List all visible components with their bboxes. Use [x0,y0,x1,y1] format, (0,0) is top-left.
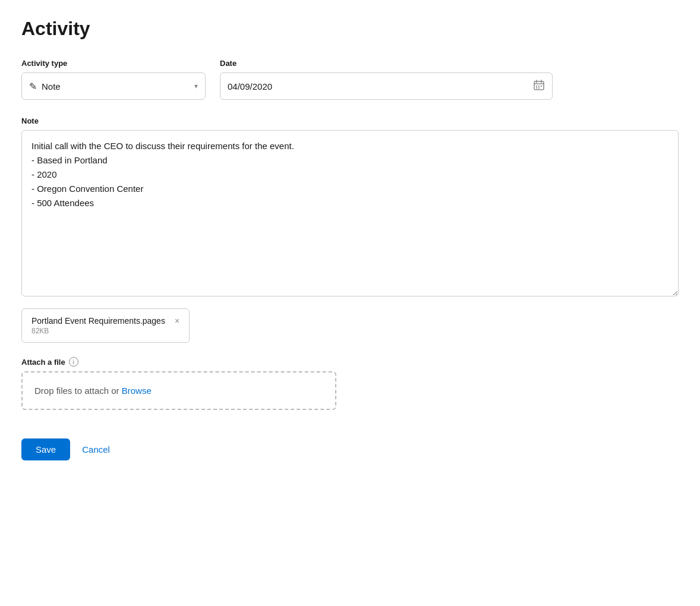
date-value: 04/09/2020 [228,81,533,91]
attached-file-item: Portland Event Requirements.pages × 82KB [21,308,190,343]
drop-zone[interactable]: Drop files to attach or Browse [21,371,336,410]
date-label: Date [220,59,553,68]
browse-link[interactable]: Browse [122,386,152,396]
info-icon[interactable]: i [69,357,78,367]
note-icon: ✎ [29,81,37,92]
date-field[interactable]: 04/09/2020 [220,72,553,100]
note-label: Note [21,116,679,125]
svg-rect-7 [536,87,537,89]
svg-rect-6 [541,86,542,87]
actions-row: Save Cancel [21,438,679,460]
drop-text: Drop files to attach or [34,386,122,396]
activity-type-select[interactable]: ✎ Note ▾ [21,72,206,100]
calendar-icon[interactable] [533,79,545,94]
page-title: Activity [21,18,679,40]
activity-type-value: Note [42,81,194,91]
svg-rect-8 [538,87,540,89]
attached-file-size: 82KB [31,327,179,335]
cancel-button[interactable]: Cancel [82,444,110,454]
remove-file-button[interactable]: × [175,317,179,325]
chevron-down-icon: ▾ [194,82,198,90]
attached-file-name: Portland Event Requirements.pages [31,316,165,326]
note-textarea[interactable] [21,130,679,296]
activity-type-label: Activity type [21,59,206,68]
save-button[interactable]: Save [21,438,70,460]
attach-label: Attach a file i [21,357,679,367]
svg-rect-4 [536,86,537,87]
svg-rect-5 [538,86,540,87]
